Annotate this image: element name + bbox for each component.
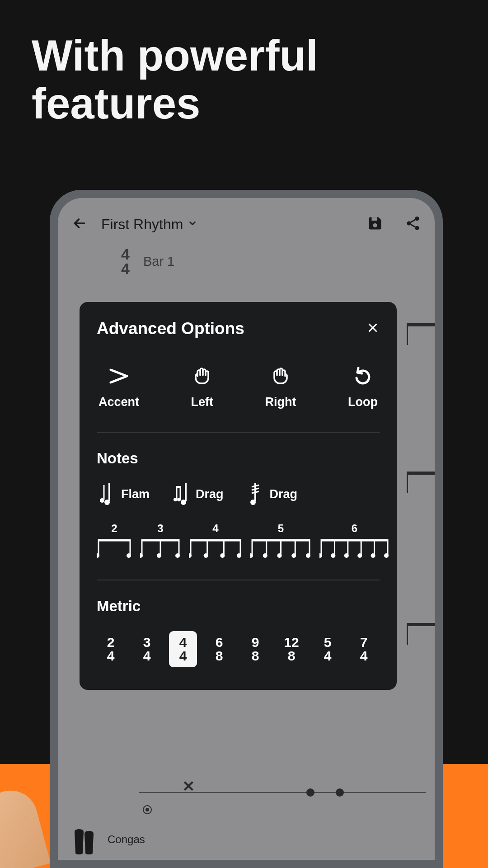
tuplet-3-button[interactable]: 3 <box>140 522 181 559</box>
svg-line-21 <box>252 491 259 493</box>
app-bar: First Rhythm <box>58 198 435 242</box>
drag-button[interactable]: Drag <box>173 483 224 505</box>
drag-roll-icon <box>247 483 263 505</box>
loop-button[interactable]: Loop <box>348 365 378 409</box>
metric-7-4-button[interactable]: 74 <box>350 631 378 667</box>
svg-point-66 <box>384 553 389 558</box>
svg-point-53 <box>306 553 310 558</box>
tuplet-4-button[interactable]: 4 <box>189 522 242 559</box>
drag-roll-button[interactable]: Drag <box>247 483 298 505</box>
save-icon[interactable] <box>367 215 383 233</box>
target-icon <box>142 804 153 817</box>
tuplet-2-button[interactable]: 2 <box>97 522 132 559</box>
metric-6-8-button[interactable]: 68 <box>205 631 233 667</box>
metric-top: 3 <box>143 636 151 649</box>
project-title: First Rhythm <box>101 216 183 233</box>
svg-point-3 <box>415 226 419 230</box>
tuplet-number: 5 <box>278 522 284 535</box>
title-dropdown[interactable]: First Rhythm <box>101 216 353 233</box>
metric-top: 5 <box>324 636 332 649</box>
metric-5-4-button[interactable]: 54 <box>314 631 342 667</box>
metric-9-8-button[interactable]: 98 <box>241 631 269 667</box>
divider <box>97 432 380 433</box>
tuplet-icon <box>189 537 242 559</box>
right-hand-button[interactable]: Right <box>265 365 296 409</box>
tuplet-5-button[interactable]: 5 <box>250 522 311 559</box>
svg-point-1 <box>415 217 419 221</box>
svg-point-13 <box>177 498 181 501</box>
left-label: Left <box>191 395 214 409</box>
share-icon[interactable] <box>405 215 421 233</box>
metric-row: 24344468981285474 <box>97 631 380 667</box>
tuplet-icon <box>250 537 311 559</box>
svg-point-33 <box>175 553 180 558</box>
flam-button[interactable]: Flam <box>99 483 150 505</box>
headline-line-1: With powerful <box>32 32 456 80</box>
metric-bottom: 4 <box>360 649 368 663</box>
metric-bottom: 8 <box>288 649 296 663</box>
metric-top: 9 <box>252 636 259 649</box>
svg-point-31 <box>157 553 161 558</box>
instrument-row: Congas <box>58 824 435 860</box>
background-notegroup <box>407 472 435 496</box>
svg-line-20 <box>252 488 259 490</box>
accent-button[interactable]: Accent <box>99 365 139 409</box>
note-dot <box>306 788 314 797</box>
tuplet-icon <box>97 537 132 559</box>
cross-note: ✕ <box>182 777 195 795</box>
metric-2-4-button[interactable]: 24 <box>97 631 125 667</box>
instrument-label: Congas <box>108 833 145 846</box>
svg-point-0 <box>373 223 377 227</box>
left-hand-button[interactable]: Left <box>191 365 214 409</box>
flam-label: Flam <box>121 487 150 501</box>
staff-line: ✕ <box>139 792 426 815</box>
svg-point-40 <box>220 553 225 558</box>
svg-point-26 <box>127 553 131 558</box>
svg-point-62 <box>357 553 362 558</box>
svg-point-64 <box>371 553 375 558</box>
notes-section-title: Notes <box>97 450 380 467</box>
metric-4-4-button[interactable]: 44 <box>169 631 197 667</box>
divider <box>97 580 380 580</box>
metric-bottom: 4 <box>143 649 151 663</box>
phone-frame: First Rhythm 4 4 Bar 1 <box>50 190 443 868</box>
svg-line-19 <box>252 485 259 487</box>
drag-icon <box>173 483 189 505</box>
back-icon[interactable] <box>71 215 88 233</box>
note-types-row: Flam Drag Drag <box>97 483 380 505</box>
marketing-headline: With powerful features <box>0 0 488 127</box>
metric-3-4-button[interactable]: 34 <box>133 631 161 667</box>
metric-12-8-button[interactable]: 128 <box>277 631 305 667</box>
svg-point-47 <box>263 553 267 558</box>
tuplet-icon <box>140 537 181 559</box>
accent-label: Accent <box>99 395 139 409</box>
bar-label: Bar 1 <box>143 254 174 269</box>
chevron-down-icon <box>188 218 197 230</box>
metric-top: 2 <box>107 636 115 649</box>
congas-icon[interactable] <box>67 824 99 855</box>
metric-bottom: 4 <box>179 649 187 663</box>
tuplet-icon <box>319 537 389 559</box>
metric-bottom: 8 <box>216 649 223 663</box>
advanced-options-modal: Advanced Options Accent Left Right <box>80 302 397 690</box>
drag-label: Drag <box>196 487 224 501</box>
tuplet-number: 6 <box>352 522 357 535</box>
svg-point-9 <box>104 500 110 505</box>
close-icon[interactable] <box>366 321 380 336</box>
svg-point-49 <box>277 553 282 558</box>
svg-point-58 <box>331 553 335 558</box>
time-signature[interactable]: 4 4 <box>121 247 130 276</box>
svg-point-42 <box>237 553 241 558</box>
metric-bottom: 8 <box>252 649 259 663</box>
background-notegroup <box>407 323 435 348</box>
svg-point-38 <box>204 553 208 558</box>
metric-top: 12 <box>284 636 299 649</box>
svg-point-60 <box>344 553 349 558</box>
svg-point-11 <box>174 498 177 501</box>
tuplet-6-button[interactable]: 6 <box>319 522 389 559</box>
metric-bottom: 4 <box>107 649 115 663</box>
metric-section-title: Metric <box>97 598 380 615</box>
svg-point-2 <box>407 222 411 226</box>
svg-point-51 <box>291 553 296 558</box>
tuplet-number: 4 <box>212 522 218 535</box>
